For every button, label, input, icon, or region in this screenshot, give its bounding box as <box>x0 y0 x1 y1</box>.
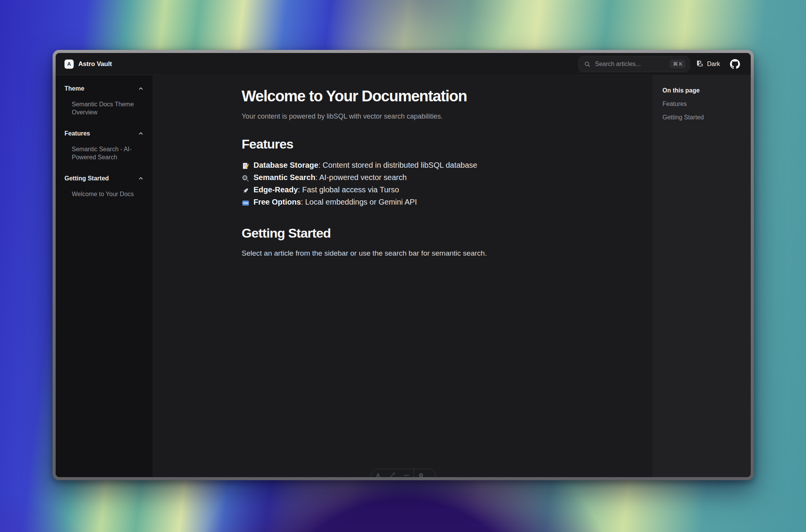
window-body: Theme Semantic Docs Theme Overview Featu… <box>56 75 751 477</box>
rocket-icon <box>242 186 249 193</box>
theme-swatch-icon <box>696 59 704 69</box>
sidebar-item-semantic-search[interactable]: Semantic Search - AI-Powered Search <box>64 145 137 161</box>
theme-toggle-label: Dark <box>707 61 720 68</box>
feature-text: Database Storage: Content stored in dist… <box>254 159 477 171</box>
feature-item: Database Storage: Content stored in dist… <box>242 159 564 171</box>
audit-icon[interactable]: — <box>400 472 414 477</box>
search-shortcut-badge: ⌘ K <box>670 59 685 68</box>
settings-icon[interactable]: ⚙ <box>414 472 428 477</box>
inspect-icon[interactable] <box>385 472 400 477</box>
dev-toolbar: A — ⚙ <box>371 469 436 477</box>
sidebar-item-welcome-to-your-docs[interactable]: Welcome to Your Docs <box>64 190 137 198</box>
chevron-up-icon <box>138 86 144 91</box>
getting-started-text: Select an article from the sidebar or us… <box>242 249 564 258</box>
desktop-background: A Astro Vault ⌘ K <box>0 0 806 532</box>
sidebar-section-features-toggle[interactable]: Features <box>64 130 144 137</box>
dev-toolbar-main-zone: A — <box>371 469 414 477</box>
features-list: Database Storage: Content stored in dist… <box>242 159 564 208</box>
sidebar-section-getting-started-toggle[interactable]: Getting Started <box>64 175 144 182</box>
feature-item: FREE Free Options: Local embeddings or G… <box>242 196 564 208</box>
feature-text: Edge-Ready: Fast global access via Turso <box>254 183 399 196</box>
app-title: Astro Vault <box>78 60 112 68</box>
on-this-page-panel: On this page Features Getting Started <box>652 75 751 477</box>
sidebar-section-label: Theme <box>64 85 84 92</box>
theme-toggle-button[interactable]: Dark <box>696 59 720 69</box>
page-title: Welcome to Your Documentation <box>242 88 564 105</box>
article: Welcome to Your Documentation Your conte… <box>242 88 564 258</box>
sidebar: Theme Semantic Docs Theme Overview Featu… <box>56 75 153 477</box>
toc-link-features[interactable]: Features <box>662 101 744 107</box>
feature-item: Semantic Search: AI-powered vector searc… <box>242 171 564 183</box>
sidebar-section-theme: Theme Semantic Docs Theme Overview <box>64 85 144 116</box>
chevron-up-icon <box>138 131 144 136</box>
app-header: A Astro Vault ⌘ K <box>56 53 751 75</box>
github-icon[interactable] <box>730 59 740 69</box>
search-icon <box>584 61 591 68</box>
on-this-page-heading: On this page <box>662 87 744 94</box>
feature-item: Edge-Ready: Fast global access via Turso <box>242 183 564 196</box>
astro-logo-icon[interactable]: A <box>371 472 385 477</box>
features-heading: Features <box>242 137 564 152</box>
sidebar-section-features: Features Semantic Search - AI-Powered Se… <box>64 130 144 161</box>
sidebar-section-getting-started: Getting Started Welcome to Your Docs <box>64 175 144 198</box>
sidebar-section-theme-toggle[interactable]: Theme <box>64 85 144 92</box>
search-input[interactable] <box>594 60 666 68</box>
sidebar-item-semantic-docs-theme-overview[interactable]: Semantic Docs Theme Overview <box>64 100 137 116</box>
memo-icon <box>242 161 249 169</box>
search-bar[interactable]: ⌘ K <box>578 56 690 72</box>
page-subtitle: Your content is powered by libSQL with v… <box>242 112 564 121</box>
chevron-up-icon <box>138 176 144 181</box>
free-badge-icon: FREE <box>242 198 249 206</box>
feature-text: Semantic Search: AI-powered vector searc… <box>254 171 407 183</box>
docs-app: A Astro Vault ⌘ K <box>56 53 751 477</box>
dev-toolbar-settings-zone: ⚙ <box>414 469 428 477</box>
app-window: A Astro Vault ⌘ K <box>53 50 754 480</box>
sidebar-section-label: Getting Started <box>64 175 109 182</box>
main-content: Welcome to Your Documentation Your conte… <box>153 75 652 477</box>
getting-started-heading: Getting Started <box>242 226 564 241</box>
brand-home-link[interactable]: A Astro Vault <box>64 59 112 69</box>
feature-text: Free Options: Local embeddings or Gemini… <box>254 196 417 208</box>
magnifier-icon <box>242 173 249 181</box>
svg-text:FREE: FREE <box>243 202 248 204</box>
sidebar-section-label: Features <box>64 130 90 137</box>
app-logo: A <box>64 59 74 69</box>
toc-link-getting-started[interactable]: Getting Started <box>662 114 744 121</box>
